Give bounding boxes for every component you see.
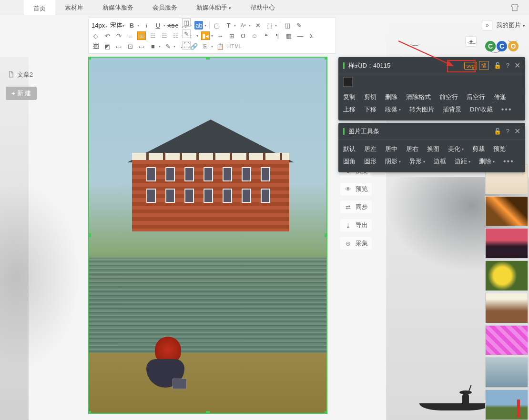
indent-inc-icon[interactable]: ☰ bbox=[160, 31, 169, 40]
align-left-icon[interactable]: ≡ bbox=[126, 31, 134, 40]
font-size-select[interactable]: 14px ▾ bbox=[92, 22, 107, 29]
table-icon[interactable]: ▦ bbox=[285, 31, 293, 40]
panel-action-默认[interactable]: 默认 bbox=[343, 145, 356, 153]
brush-icon[interactable]: ✎ bbox=[163, 42, 172, 50]
panel-action-边框[interactable]: 边框 bbox=[434, 157, 446, 166]
panel-action-转为图片[interactable]: 转为图片 bbox=[409, 105, 434, 114]
panel-action-后空行[interactable]: 后空行 bbox=[467, 93, 485, 101]
panel-action-删除[interactable]: 删除▾ bbox=[479, 157, 495, 166]
edit-doc-icon[interactable]: ✎ bbox=[295, 21, 303, 30]
collapse-right-icon[interactable]: » bbox=[482, 20, 492, 30]
nav-material[interactable]: 素材库 bbox=[55, 0, 93, 15]
page-icon[interactable]: ◫ bbox=[283, 21, 292, 30]
nav-newmedia-service[interactable]: 新媒体服务 bbox=[93, 0, 143, 15]
seam-badge[interactable]: 缝 bbox=[479, 61, 489, 70]
special-char-icon[interactable]: Ω bbox=[239, 31, 247, 40]
panel-action-剪切[interactable]: 剪切 bbox=[364, 93, 376, 101]
panel-action-复制[interactable]: 复制 bbox=[343, 93, 356, 101]
close-icon[interactable]: ✕ bbox=[514, 127, 520, 136]
thumbnail-2[interactable] bbox=[485, 196, 528, 227]
paste-icon[interactable]: 📋 bbox=[216, 42, 224, 50]
help-icon[interactable]: ? bbox=[506, 128, 509, 135]
panel-action-圆角[interactable]: 圆角 bbox=[343, 157, 356, 166]
sum-icon[interactable]: Σ bbox=[307, 31, 316, 40]
select-icon[interactable]: ⬚ bbox=[265, 21, 274, 30]
resize-handle-tl[interactable] bbox=[88, 57, 91, 60]
list-ul-icon[interactable]: ☷ bbox=[172, 31, 180, 40]
color-swatch[interactable] bbox=[343, 77, 353, 87]
panel-action-插背景[interactable]: 插背景 bbox=[443, 105, 461, 114]
panel-action-居左[interactable]: 居左 bbox=[364, 145, 376, 153]
emoji-icon[interactable]: ☺ bbox=[250, 31, 259, 40]
undo-icon[interactable]: ↶ bbox=[103, 31, 112, 40]
action-sync[interactable]: ⇄同步 bbox=[340, 201, 372, 213]
action-collect[interactable]: ⊕采集 bbox=[340, 237, 372, 250]
bg-color-icon[interactable]: ab bbox=[194, 21, 203, 30]
font-family-select[interactable]: 宋体 ▾ bbox=[110, 21, 125, 30]
resize-handle-bm[interactable] bbox=[206, 411, 210, 414]
superscript-icon[interactable]: Aᵃ bbox=[239, 21, 247, 30]
panel-action-段落[interactable]: 段落▾ bbox=[385, 105, 401, 114]
panel-action-圆形[interactable]: 圆形 bbox=[364, 157, 376, 166]
float-icon[interactable]: ▮◂ bbox=[201, 31, 210, 40]
panel-action-DIY收藏[interactable]: DIY收藏 bbox=[470, 105, 493, 114]
card-icon[interactable]: ▭ bbox=[137, 42, 146, 50]
insert-image-icon[interactable]: 🖼 bbox=[92, 42, 100, 50]
my-images-dropdown[interactable]: 我的图片 ▾ bbox=[496, 21, 525, 30]
lock-icon[interactable]: 🔓 bbox=[494, 128, 501, 135]
thumbnail-6[interactable] bbox=[485, 325, 528, 356]
thumbnail-3[interactable] bbox=[485, 228, 528, 259]
nav-home[interactable]: 首页 bbox=[24, 0, 55, 15]
thumbnail-4[interactable] bbox=[485, 260, 528, 291]
more-icon[interactable]: ••• bbox=[501, 105, 512, 114]
copy-icon[interactable]: ⎘ bbox=[201, 42, 210, 50]
panel-action-前空行[interactable]: 前空行 bbox=[439, 93, 458, 101]
panel-action-居右[interactable]: 居右 bbox=[406, 145, 418, 153]
nav-help[interactable]: 帮助中心 bbox=[241, 0, 285, 15]
thumbnail-8[interactable] bbox=[485, 390, 528, 420]
image-border-icon[interactable]: ▢ bbox=[213, 21, 221, 30]
panel-action-删除[interactable]: 删除 bbox=[385, 93, 397, 101]
resize-handle-tr[interactable] bbox=[325, 57, 327, 60]
nav-member[interactable]: 会员服务 bbox=[143, 0, 187, 15]
toolbar-edit-icon[interactable]: ✎ bbox=[182, 30, 191, 38]
bold-icon[interactable]: B bbox=[127, 21, 136, 30]
panel-action-上移[interactable]: 上移 bbox=[343, 105, 356, 114]
resize-handle-mr[interactable] bbox=[325, 233, 327, 237]
panel-action-预览[interactable]: 预览 bbox=[493, 145, 506, 153]
italic-icon[interactable]: I bbox=[142, 21, 151, 30]
thumbnail-7[interactable] bbox=[485, 357, 528, 388]
thumbnail-5[interactable] bbox=[485, 293, 528, 323]
document-item[interactable]: 文章2 bbox=[6, 68, 82, 82]
resize-handle-ml[interactable] bbox=[88, 233, 91, 237]
panel-action-换图[interactable]: 换图 bbox=[427, 145, 439, 153]
quote-icon[interactable]: ❝ bbox=[262, 31, 270, 40]
panel-action-美化[interactable]: 美化▾ bbox=[448, 145, 464, 153]
more-icon[interactable]: ••• bbox=[503, 157, 514, 166]
clear-format-icon[interactable]: ✕ bbox=[254, 21, 262, 30]
action-export[interactable]: ⤓导出 bbox=[340, 219, 372, 231]
strike-icon[interactable]: ᴀʙᴄ bbox=[168, 21, 177, 30]
slideshow-icon[interactable]: ▭ bbox=[114, 42, 123, 50]
panel-action-居中[interactable]: 居中 bbox=[385, 145, 397, 153]
help-icon[interactable]: ? bbox=[506, 62, 509, 69]
ruler-icon[interactable]: ⊞ bbox=[227, 31, 236, 40]
lock-icon[interactable]: 🔓 bbox=[494, 62, 501, 69]
svg-badge[interactable]: svg bbox=[464, 62, 477, 70]
spacing-icon[interactable]: ↔ bbox=[216, 31, 224, 40]
toolbar-fullscreen-icon[interactable]: ⛶ bbox=[182, 41, 191, 50]
toolbar-page-icon[interactable]: ◫ bbox=[182, 18, 191, 27]
panel-action-传递[interactable]: 传递 bbox=[494, 93, 506, 101]
eraser-icon[interactable]: ◇ bbox=[92, 31, 100, 40]
theme-icon[interactable] bbox=[510, 3, 519, 15]
nav-newmedia-helper[interactable]: 新媒体助手▾ bbox=[187, 0, 241, 15]
resize-handle-bl[interactable] bbox=[88, 411, 91, 414]
panel-action-边距[interactable]: 边距▾ bbox=[455, 157, 470, 166]
paragraph-icon[interactable]: ¶ bbox=[273, 31, 282, 40]
new-button[interactable]: + 新 建 bbox=[6, 87, 37, 100]
panel-action-阴影[interactable]: 阴影▾ bbox=[385, 157, 401, 166]
map-icon[interactable]: ⊡ bbox=[126, 42, 134, 50]
panel-action-剪裁[interactable]: 剪裁 bbox=[472, 145, 485, 153]
close-icon[interactable]: ✕ bbox=[514, 61, 520, 70]
redo-icon[interactable]: ↷ bbox=[114, 31, 123, 40]
